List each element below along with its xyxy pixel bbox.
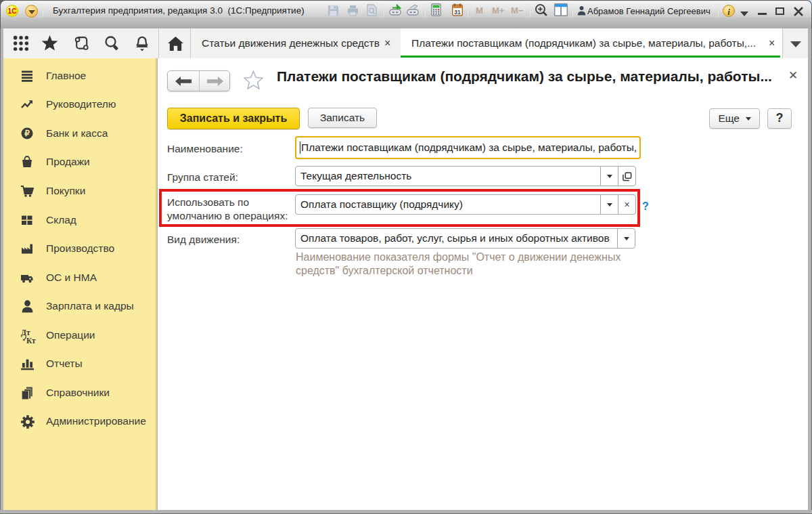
svg-text:₽: ₽	[24, 129, 30, 138]
svg-text:Кт: Кт	[26, 337, 36, 344]
svg-text:31: 31	[454, 9, 461, 16]
